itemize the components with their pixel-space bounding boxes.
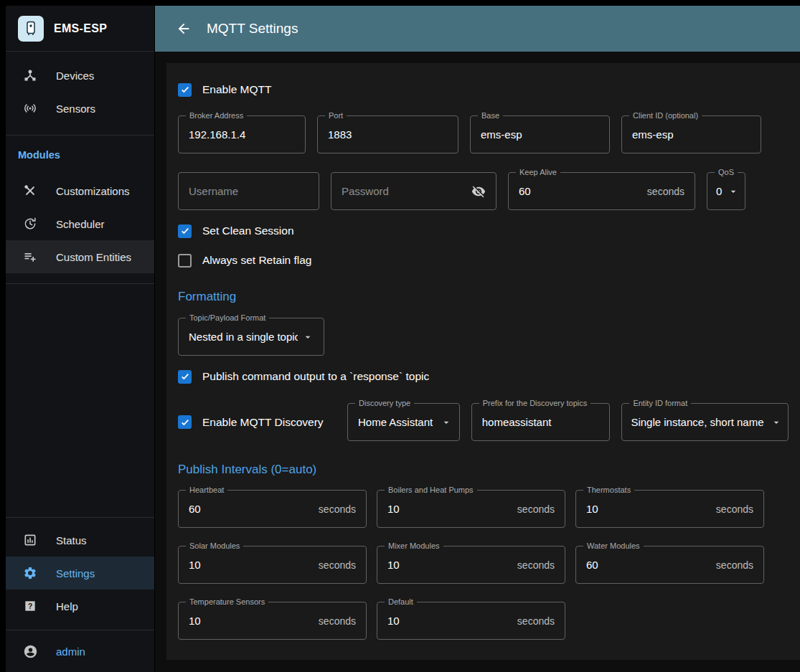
keep-alive-field[interactable]: Keep Alive 60 seconds <box>508 172 695 210</box>
base-field[interactable]: Base ems-esp <box>470 115 610 153</box>
solar-interval-field[interactable]: Solar Modules 10 seconds <box>178 546 367 584</box>
field-placeholder: Password <box>342 185 467 197</box>
client-id-field[interactable]: Client ID (optional) ems-esp <box>621 115 761 153</box>
sidebar-item-label: Sensors <box>56 103 95 115</box>
sidebar-item-custom-entities[interactable]: Custom Entities <box>6 240 154 273</box>
field-label: Prefix for the Discovery topics <box>479 398 591 408</box>
sidebar-item-label: Custom Entities <box>56 251 131 263</box>
page-title: MQTT Settings <box>207 21 298 37</box>
sidebar-item-settings[interactable]: Settings <box>6 557 154 590</box>
entity-id-format-select[interactable]: Entity ID format Single instance, short … <box>621 403 789 441</box>
field-value: 0 <box>716 185 723 197</box>
back-arrow-icon[interactable] <box>174 19 194 39</box>
checkbox-label: Enable MQTT Discovery <box>202 416 324 429</box>
enable-discovery-checkbox[interactable]: Enable MQTT Discovery <box>178 415 336 430</box>
field-label: Broker Address <box>186 110 247 120</box>
checkbox-label: Publish command output to a `response` t… <box>202 370 429 383</box>
water-interval-field[interactable]: Water Modules 60 seconds <box>575 546 764 584</box>
sidebar-item-scheduler[interactable]: Scheduler <box>6 207 154 240</box>
topic-format-select[interactable]: Topic/Payload Format Nested in a single … <box>178 318 324 356</box>
sidebar-item-label: Scheduler <box>56 218 105 230</box>
heartbeat-interval-field[interactable]: Heartbeat 60 seconds <box>178 490 367 528</box>
discovery-row: Enable MQTT Discovery Discovery type Hom… <box>178 403 789 441</box>
broker-row: Broker Address 192.168.1.4 Port 1883 Bas… <box>178 115 789 153</box>
sidebar-user-admin[interactable]: admin <box>6 630 154 672</box>
sidebar-item-help[interactable]: ? Help <box>6 590 154 623</box>
sidebar-header: EMS-ESP <box>6 6 154 52</box>
hammer-wrench-icon <box>22 182 39 199</box>
retain-flag-checkbox[interactable]: Always set Retain flag <box>178 252 789 268</box>
clean-session-checkbox[interactable]: Set Clean Session <box>178 223 789 239</box>
enable-mqtt-checkbox[interactable]: Enable MQTT <box>178 82 789 98</box>
checkbox-checked-icon <box>178 415 192 429</box>
field-placeholder: Username <box>189 185 309 197</box>
sidebar-item-label: Settings <box>56 567 95 579</box>
field-label: Boilers and Heat Pumps <box>385 485 477 495</box>
sidebar-item-devices[interactable]: Devices <box>6 59 154 92</box>
field-label: Thermostats <box>583 485 634 495</box>
svg-text:?: ? <box>28 602 33 610</box>
field-suffix: seconds <box>716 559 753 571</box>
formatting-section-header: Formatting <box>178 290 789 304</box>
field-value: homeassistant <box>482 416 600 428</box>
temperature-sensors-interval-field[interactable]: Temperature Sensors 10 seconds <box>178 602 367 640</box>
sidebar-item-label: Status <box>56 534 87 546</box>
schedule-update-icon <box>22 215 39 232</box>
chevron-down-icon <box>302 331 314 343</box>
field-value: 10 <box>586 503 710 515</box>
field-label: Entity ID format <box>629 398 691 408</box>
port-field[interactable]: Port 1883 <box>317 115 458 153</box>
field-value: 10 <box>189 559 313 571</box>
field-value: 60 <box>519 185 641 197</box>
field-suffix: seconds <box>319 503 356 515</box>
checkbox-unchecked-icon <box>178 254 192 268</box>
field-value: Home Assistant <box>358 416 436 428</box>
field-label: Keep Alive <box>516 167 560 177</box>
field-label: Base <box>478 110 503 120</box>
topic-format-row: Topic/Payload Format Nested in a single … <box>178 318 789 356</box>
publish-intervals-header: Publish Intervals (0=auto) <box>178 463 789 477</box>
discovery-type-select[interactable]: Discovery type Home Assistant <box>347 403 460 441</box>
field-suffix: seconds <box>517 615 555 627</box>
default-interval-field[interactable]: Default 10 seconds <box>377 602 565 640</box>
field-value: 192.168.1.4 <box>189 128 295 141</box>
app-title: EMS-ESP <box>54 22 107 35</box>
broker-address-field[interactable]: Broker Address 192.168.1.4 <box>178 115 306 153</box>
field-value: 10 <box>189 615 313 627</box>
field-label: Solar Modules <box>186 541 243 551</box>
publish-response-checkbox[interactable]: Publish command output to a `response` t… <box>178 369 789 384</box>
field-label: Port <box>325 110 347 120</box>
chevron-down-icon <box>441 417 452 428</box>
sensors-icon <box>22 100 39 117</box>
field-label: Client ID (optional) <box>629 110 702 120</box>
checkbox-checked-icon <box>178 83 192 97</box>
field-suffix: seconds <box>517 503 555 515</box>
mixer-interval-field[interactable]: Mixer Modules 10 seconds <box>377 546 565 584</box>
account-circle-icon <box>22 643 39 660</box>
field-label: Temperature Sensors <box>186 597 268 607</box>
field-label: Mixer Modules <box>385 541 443 551</box>
thermostats-interval-field[interactable]: Thermostats 10 seconds <box>575 490 764 528</box>
boilers-interval-field[interactable]: Boilers and Heat Pumps 10 seconds <box>377 490 565 528</box>
field-suffix: seconds <box>319 559 356 571</box>
checkbox-checked-icon <box>178 224 192 238</box>
appbar: MQTT Settings <box>155 6 800 52</box>
sidebar: EMS-ESP Devices Sensors Modules <box>0 6 155 672</box>
sidebar-item-sensors[interactable]: Sensors <box>6 92 154 125</box>
field-value: Nested in a single topic <box>189 331 298 343</box>
username-field[interactable]: Username <box>178 172 319 210</box>
field-value: 1883 <box>328 128 448 141</box>
qos-select[interactable]: QoS 0 <box>707 172 745 210</box>
password-field[interactable]: Password <box>331 172 497 210</box>
field-suffix: seconds <box>319 615 356 627</box>
checkbox-label: Enable MQTT <box>202 83 271 96</box>
discovery-prefix-field[interactable]: Prefix for the Discovery topics homeassi… <box>471 403 611 441</box>
checkbox-label: Always set Retain flag <box>202 254 312 267</box>
checkbox-label: Set Clean Session <box>202 224 294 237</box>
bar-chart-icon <box>22 531 39 549</box>
help-icon: ? <box>22 597 39 615</box>
sidebar-item-status[interactable]: Status <box>6 524 154 557</box>
visibility-off-icon[interactable] <box>471 184 486 199</box>
sidebar-item-customizations[interactable]: Customizations <box>6 174 154 207</box>
playlist-add-icon <box>22 248 39 265</box>
